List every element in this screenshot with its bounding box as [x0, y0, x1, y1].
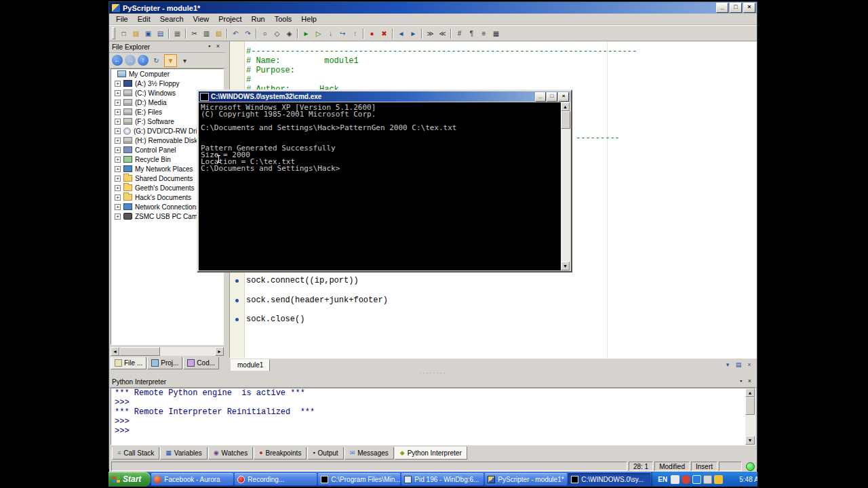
run-icon[interactable]: ► [300, 28, 312, 39]
minimize-button[interactable]: _ [535, 92, 546, 102]
copy-icon[interactable]: ▥ [201, 28, 212, 39]
tab-project-explorer[interactable]: Proj... [147, 357, 182, 369]
menu-project[interactable]: Project [214, 14, 246, 24]
undo-icon[interactable]: ↶ [230, 28, 241, 39]
open-file-icon[interactable]: ▨ [130, 28, 142, 39]
new-file-icon[interactable]: □ [118, 28, 130, 39]
start-button[interactable]: Start [108, 472, 151, 487]
expand-icon[interactable]: + [115, 204, 121, 210]
menu-edit[interactable]: Edit [133, 14, 155, 24]
tab-code-explorer[interactable]: Cod... [183, 357, 219, 369]
indent-icon[interactable]: ≫ [425, 28, 436, 39]
menu-tools[interactable]: Tools [270, 14, 297, 24]
tab-list-dropdown-icon[interactable]: ▾ [723, 361, 732, 369]
tab-variables[interactable]: ▦Variables [160, 447, 207, 460]
stop-icon[interactable]: ● [366, 28, 378, 39]
scroll-down-icon[interactable]: ▼ [745, 436, 755, 445]
taskbar-button-cmd[interactable]: C:\WINDOWS.0\sy... [568, 473, 650, 485]
expand-icon[interactable]: + [115, 147, 121, 153]
network-tray-icon[interactable] [703, 475, 712, 484]
filter-dropdown-icon[interactable]: ▾ [179, 55, 191, 66]
recorder-tray-icon[interactable] [692, 475, 701, 484]
filter-icon[interactable]: ▼ [164, 54, 177, 67]
scroll-thumb[interactable] [745, 397, 755, 415]
close-tab-icon[interactable]: × [745, 361, 754, 369]
expand-icon[interactable]: + [115, 176, 121, 182]
minimize-button[interactable]: _ [716, 3, 728, 13]
maximize-button[interactable]: □ [547, 92, 557, 102]
scroll-left-icon[interactable]: ◄ [111, 347, 119, 356]
find-icon[interactable]: ○ [259, 28, 271, 39]
taskbar-button-program-files[interactable]: C:\Program Files\Min... [318, 473, 400, 485]
tab-output[interactable]: ▪Output [307, 447, 343, 460]
scroll-thumb[interactable] [561, 111, 570, 129]
expand-icon[interactable]: + [115, 128, 121, 134]
step-into-icon[interactable]: ↓ [325, 28, 336, 39]
tree-root[interactable]: My Computer [111, 69, 223, 79]
usb-tray-icon[interactable] [714, 475, 723, 484]
find-in-files-icon[interactable]: ◈ [283, 28, 295, 39]
expand-icon[interactable]: + [115, 214, 121, 220]
new-editor-icon[interactable]: ▤ [734, 361, 743, 369]
tab-call-stack[interactable]: ≡Call Stack [112, 447, 159, 460]
menu-run[interactable]: Run [246, 14, 269, 24]
navigate-forward-icon[interactable]: ► [408, 28, 419, 39]
toolbar-grip[interactable] [112, 27, 115, 39]
close-button[interactable]: × [743, 3, 755, 13]
expand-icon[interactable]: + [115, 119, 121, 125]
taskbar-button-recording[interactable]: Recording... [235, 473, 317, 485]
step-out-icon[interactable]: ↑ [349, 28, 361, 39]
scroll-up-icon[interactable]: ▲ [745, 388, 755, 397]
menu-help[interactable]: Help [296, 14, 321, 24]
tab-file-explorer[interactable]: File ... [111, 357, 146, 369]
sort-list-icon[interactable]: ≡ [478, 28, 490, 39]
refresh-icon[interactable]: ↻ [151, 55, 162, 66]
expand-icon[interactable]: + [115, 185, 121, 191]
print-icon[interactable]: ▦ [172, 28, 183, 39]
expand-icon[interactable]: + [115, 90, 121, 96]
expand-icon[interactable]: + [115, 138, 121, 144]
scroll-up-icon[interactable]: ▲ [561, 102, 570, 111]
step-over-icon[interactable]: ↪ [337, 28, 349, 39]
expand-icon[interactable]: + [115, 81, 121, 87]
expand-icon[interactable]: + [115, 195, 121, 201]
cmd-scrollbar[interactable]: ▲ ▼ [561, 102, 570, 270]
maximize-button[interactable]: □ [730, 3, 742, 13]
close-button[interactable]: × [558, 92, 569, 102]
messenger-tray-icon[interactable] [725, 475, 734, 484]
pin-icon[interactable]: ▪ [736, 378, 745, 386]
cmd-title-bar[interactable]: C:\WINDOWS.0\system32\cmd.exe _ □ × [199, 92, 570, 102]
expand-icon[interactable]: + [115, 166, 121, 172]
taskbar-button-windbg[interactable]: Pid 196 - WinDbg:6... [401, 473, 484, 485]
interpreter-console[interactable]: *** Remote Python engine is active *** >… [111, 388, 755, 445]
cut-icon[interactable]: ✂ [189, 28, 200, 39]
antivirus-tray-icon[interactable] [671, 475, 679, 484]
debug-icon[interactable]: ▷ [313, 28, 324, 39]
horizontal-splitter[interactable] [109, 371, 757, 376]
expand-icon[interactable]: + [115, 157, 121, 163]
up-icon[interactable]: ↑ [138, 55, 149, 66]
taskbar-button-aurora[interactable]: Facebook - Aurora [151, 473, 233, 485]
expand-icon[interactable]: + [115, 100, 121, 106]
cmd-console[interactable]: Microsoft Windows XP [Version 5.1.2600] … [199, 102, 570, 270]
menu-view[interactable]: View [189, 14, 214, 24]
tab-watches[interactable]: ◉Watches [208, 447, 253, 460]
expand-icon[interactable]: + [115, 109, 121, 115]
tab-messages[interactable]: ✉Messages [344, 447, 394, 460]
menu-file[interactable]: File [111, 14, 133, 24]
pin-icon[interactable]: ▪ [205, 43, 214, 51]
title-bar[interactable]: PyScripter - module1* _ □ × [109, 2, 757, 14]
language-indicator[interactable]: EN [656, 476, 669, 483]
scroll-down-icon[interactable]: ▼ [561, 262, 570, 270]
abort-icon[interactable]: ✖ [378, 28, 390, 39]
scroll-thumb[interactable] [119, 347, 160, 356]
scroll-right-icon[interactable]: ► [215, 347, 224, 356]
save-all-icon[interactable]: ▤ [155, 28, 166, 39]
outdent-icon[interactable]: ≪ [437, 28, 448, 39]
navigate-back-icon[interactable]: ◄ [395, 28, 407, 39]
close-panel-icon[interactable]: × [745, 378, 754, 386]
redo-icon[interactable]: ↷ [242, 28, 254, 39]
back-icon[interactable]: ← [112, 55, 123, 66]
tab-breakpoints[interactable]: ●Breakpoints [254, 447, 307, 460]
tab-python-interpreter[interactable]: ◆Python Interpreter [395, 447, 467, 460]
